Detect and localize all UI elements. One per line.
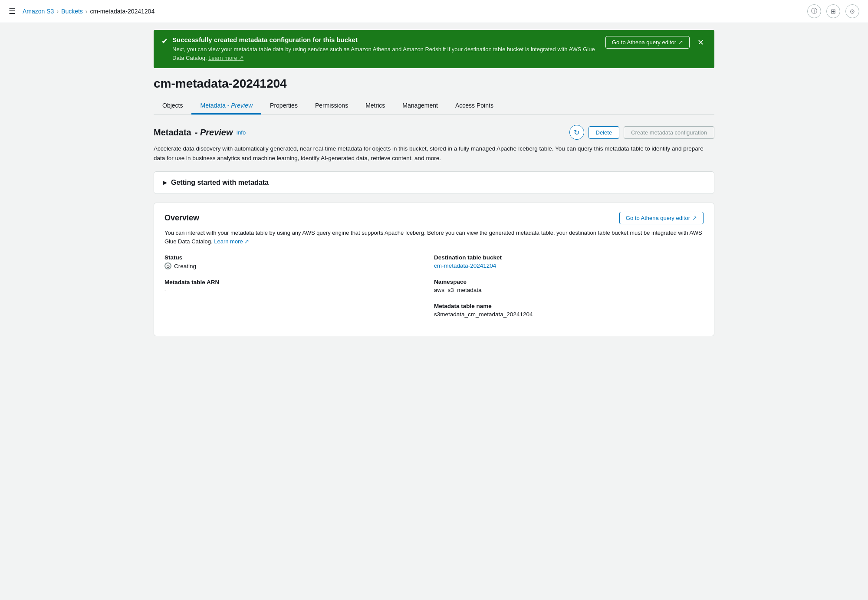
banner-athena-button[interactable]: Go to Athena query editor ↗	[605, 36, 690, 49]
getting-started-header[interactable]: ▶ Getting started with metadata	[154, 172, 714, 193]
breadcrumb-current: cm-metadata-20241204	[90, 8, 155, 15]
namespace-field: Namespace aws_s3_metadata	[434, 279, 704, 293]
overview-col-right: Destination table bucket cm-metadata-202…	[434, 254, 704, 327]
external-link-icon-2: ↗	[692, 215, 697, 221]
external-link-icon: ↗	[678, 39, 683, 46]
learn-more-link[interactable]: Learn more ↗	[208, 55, 243, 61]
overview-title: Overview	[164, 213, 199, 223]
success-title: Successfully created metadata configurat…	[172, 36, 598, 43]
tab-metadata[interactable]: Metadata - Preview	[191, 98, 261, 115]
getting-started-label: Getting started with metadata	[171, 179, 269, 187]
section-header: Metadata - Preview Info ↻ Delete Create …	[154, 125, 714, 140]
overview-description: You can interact with your metadata tabl…	[164, 229, 704, 246]
status-label: Status	[164, 254, 417, 261]
delete-button[interactable]: Delete	[589, 126, 620, 139]
arn-label: Metadata table ARN	[164, 279, 417, 285]
arn-field: Metadata table ARN -	[164, 279, 417, 294]
section-description: Accelerate data discovery with automatic…	[154, 144, 714, 163]
table-name-field: Metadata table name s3metadata_cm_metada…	[434, 303, 704, 318]
getting-started-panel: ▶ Getting started with metadata	[154, 171, 714, 194]
success-banner-left: ✔ Successfully created metadata configur…	[161, 36, 598, 62]
success-check-icon: ✔	[161, 36, 168, 46]
nav-icons: ⓘ ⊞ ⊙	[807, 4, 859, 18]
overview-learn-more-link[interactable]: Learn more ↗	[214, 238, 249, 245]
dest-bucket-value[interactable]: cm-metadata-20241204	[434, 262, 704, 269]
main-content: ✔ Successfully created metadata configur…	[143, 30, 725, 354]
hamburger-icon[interactable]: ☰	[9, 7, 16, 16]
table-name-label: Metadata table name	[434, 303, 704, 309]
collapse-arrow-icon: ▶	[163, 180, 167, 186]
success-text: Successfully created metadata configurat…	[172, 36, 598, 62]
breadcrumb-buckets[interactable]: Buckets	[61, 8, 83, 15]
namespace-value: aws_s3_metadata	[434, 287, 704, 293]
success-banner: ✔ Successfully created metadata configur…	[154, 30, 714, 68]
info-icon-btn[interactable]: ⓘ	[807, 4, 821, 18]
status-creating-icon: ⊙	[164, 262, 171, 269]
table-name-value: s3metadata_cm_metadata_20241204	[434, 311, 704, 318]
tab-permissions[interactable]: Permissions	[306, 98, 357, 115]
external-icon-3: ↗	[244, 238, 249, 245]
section-title: Metadata - Preview Info	[154, 128, 246, 138]
status-field: Status ⊙ Creating	[164, 254, 417, 269]
overview-col-left: Status ⊙ Creating Metadata table ARN -	[164, 254, 434, 327]
breadcrumb-sep-2: ›	[85, 8, 88, 15]
success-desc: Next, you can view your metadata table d…	[172, 45, 598, 62]
page-title: cm-metadata-20241204	[154, 77, 714, 91]
create-metadata-button: Create metadata configuration	[624, 126, 714, 139]
status-value: ⊙ Creating	[164, 262, 417, 269]
overview-header: Overview Go to Athena query editor ↗	[164, 212, 704, 224]
tab-metrics[interactable]: Metrics	[357, 98, 394, 115]
dest-bucket-label: Destination table bucket	[434, 254, 704, 261]
dest-bucket-field: Destination table bucket cm-metadata-202…	[434, 254, 704, 269]
user-icon-btn[interactable]: ⊙	[845, 4, 859, 18]
overview-athena-button[interactable]: Go to Athena query editor ↗	[619, 212, 704, 224]
success-banner-right: Go to Athena query editor ↗ ✕	[605, 36, 707, 49]
namespace-label: Namespace	[434, 279, 704, 285]
arn-value: -	[164, 287, 417, 294]
overview-grid: Status ⊙ Creating Metadata table ARN - D…	[164, 254, 704, 327]
breadcrumb-amazon-s3[interactable]: Amazon S3	[23, 8, 54, 15]
section-actions: ↻ Delete Create metadata configuration	[569, 125, 714, 140]
top-nav: ☰ Amazon S3 › Buckets › cm-metadata-2024…	[0, 0, 868, 23]
info-link[interactable]: Info	[237, 129, 246, 136]
overview-card: Overview Go to Athena query editor ↗ You…	[154, 203, 714, 336]
grid-icon-btn[interactable]: ⊞	[826, 4, 840, 18]
refresh-button[interactable]: ↻	[569, 125, 584, 140]
tabs: Objects Metadata - Preview Properties Pe…	[154, 98, 714, 115]
tab-management[interactable]: Management	[394, 98, 447, 115]
banner-close-button[interactable]: ✕	[695, 37, 707, 48]
tab-access-points[interactable]: Access Points	[447, 98, 502, 115]
tab-objects[interactable]: Objects	[154, 98, 191, 115]
breadcrumb: Amazon S3 › Buckets › cm-metadata-202412…	[23, 8, 155, 15]
breadcrumb-sep-1: ›	[56, 8, 59, 15]
tab-properties[interactable]: Properties	[261, 98, 306, 115]
